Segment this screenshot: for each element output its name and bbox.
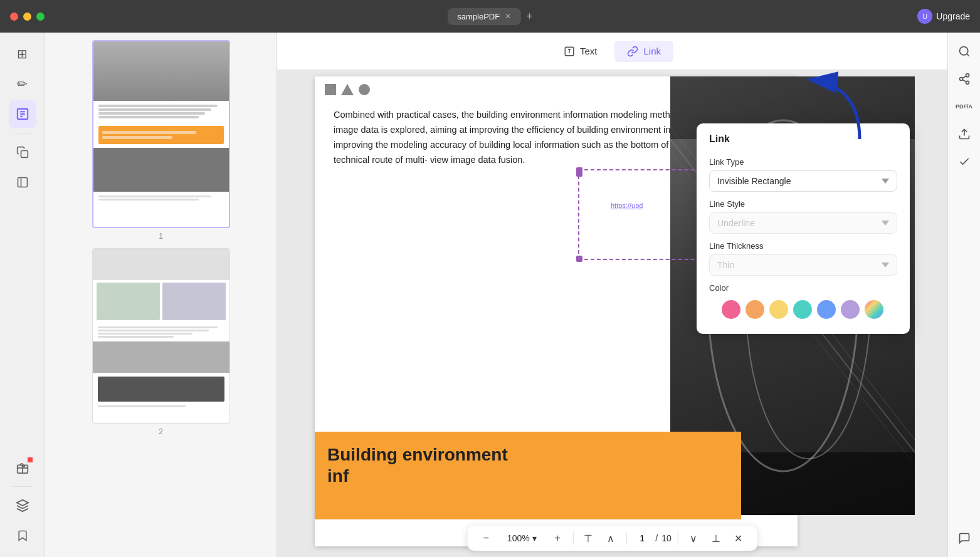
svg-point-20 <box>966 74 969 77</box>
orange-title-line2: inf <box>327 466 729 487</box>
share-icon[interactable] <box>953 68 976 90</box>
sidebar-item-pages[interactable]: ⊞ <box>9 40 36 68</box>
line-thickness-select[interactable]: Thin <box>709 254 897 276</box>
link-type-section: Link Type Invisible Rectangle Visible Re… <box>697 152 910 194</box>
zoom-out-button[interactable]: − <box>477 529 495 547</box>
link-type-select[interactable]: Invisible Rectangle Visible Rectangle <box>709 170 897 192</box>
tab-close-button[interactable]: ✕ <box>505 12 511 21</box>
color-blue[interactable] <box>817 300 836 319</box>
close-button[interactable] <box>10 13 18 21</box>
thumb-line <box>98 112 205 115</box>
zoom-display: 100% ▾ <box>500 533 544 543</box>
thumbnail-1[interactable]: 1 <box>92 40 230 241</box>
thumb-line <box>98 336 174 338</box>
thumb-line <box>98 199 199 200</box>
thumb-img-3 <box>93 249 229 280</box>
svg-rect-4 <box>21 151 28 158</box>
line-thickness-label: Line Thickness <box>709 241 897 251</box>
link-url-label: https://upd <box>611 202 643 209</box>
check-icon[interactable] <box>953 150 976 173</box>
color-row <box>709 296 897 319</box>
thumb-card-2[interactable] <box>92 248 230 424</box>
left-sidebar: ⊞ ✏ <box>0 33 45 557</box>
minimize-button[interactable] <box>23 13 31 21</box>
link-type-label: Link Type <box>709 157 897 167</box>
upload-icon[interactable] <box>953 123 976 145</box>
sidebar-item-annotate[interactable] <box>9 100 36 128</box>
color-pink[interactable] <box>722 300 740 319</box>
color-yellow[interactable] <box>769 300 788 319</box>
gift-badge <box>28 457 33 462</box>
thumb-num-1: 1 <box>159 232 163 241</box>
right-sidebar: PDF/A <box>947 33 980 557</box>
tab-bar: samplePDF ✕ + <box>447 8 532 25</box>
divider <box>13 133 32 133</box>
orange-section: Building environment inf <box>315 432 741 519</box>
sidebar-item-copy[interactable] <box>9 138 36 166</box>
sidebar-item-gift[interactable] <box>9 454 36 481</box>
text-tool-button[interactable]: Text <box>551 41 610 62</box>
thumb-orange-1 <box>98 126 224 144</box>
thumb-line <box>98 333 193 335</box>
close-toolbar-button[interactable]: ✕ <box>730 529 747 547</box>
last-page-button[interactable]: ⊥ <box>707 529 725 547</box>
orange-title-line1: Building environment <box>327 444 729 466</box>
thumb-img-4 <box>93 341 229 373</box>
thumb-line <box>98 326 218 328</box>
next-page-button[interactable]: ∨ <box>685 529 702 547</box>
popup-title: Link <box>697 123 910 152</box>
maximize-button[interactable] <box>36 13 45 21</box>
color-teal[interactable] <box>793 300 812 319</box>
thumb-line <box>98 405 186 407</box>
sidebar-item-layers[interactable] <box>9 492 36 519</box>
upgrade-button[interactable]: U Upgrade <box>917 9 970 24</box>
line-style-select[interactable]: Underline <box>709 212 897 234</box>
new-tab-button[interactable]: + <box>526 10 533 23</box>
color-orange[interactable] <box>746 300 764 319</box>
thumb-line <box>98 105 218 107</box>
link-tool-button[interactable]: Link <box>614 41 673 62</box>
toolbar-divider-3 <box>678 532 678 544</box>
zoom-dropdown-icon[interactable]: ▾ <box>532 533 537 543</box>
svg-point-21 <box>959 78 962 81</box>
shape-triangle <box>341 84 354 95</box>
first-page-button[interactable]: ⊤ <box>579 529 597 547</box>
handle-ml[interactable] <box>576 170 582 177</box>
color-purple[interactable] <box>841 300 860 319</box>
pdf-icon[interactable]: PDF/A <box>953 95 976 118</box>
thumbnail-2[interactable]: 2 <box>92 248 230 436</box>
color-rainbow[interactable] <box>865 300 883 319</box>
toolbar-divider-1 <box>572 532 573 544</box>
page-display: / 10 <box>633 533 671 543</box>
tab-title: samplePDF <box>457 12 500 21</box>
upgrade-label: Upgrade <box>936 11 970 21</box>
shape-square <box>325 84 336 95</box>
thumb-content-4 <box>93 402 229 411</box>
top-toolbar: Text Link <box>277 33 947 70</box>
thumb-dark-bar <box>98 377 224 402</box>
sidebar-item-edit[interactable]: ✏ <box>9 70 36 98</box>
sidebar-item-merge[interactable] <box>9 169 36 196</box>
text-tool-label: Text <box>580 46 598 56</box>
handle-bl[interactable] <box>576 256 582 262</box>
prev-page-button[interactable]: ∧ <box>602 529 619 547</box>
zoom-level: 100% <box>507 533 530 543</box>
traffic-lights <box>10 13 45 21</box>
thumbnail-panel[interactable]: 1 2 <box>45 33 277 557</box>
thumb-content-2 <box>93 192 229 204</box>
current-page-input[interactable] <box>633 533 651 543</box>
link-popup: Link Link Type Invisible Rectangle Visib… <box>697 123 910 334</box>
sidebar-item-bookmark[interactable] <box>9 522 36 549</box>
svg-point-22 <box>966 81 969 84</box>
search-icon[interactable] <box>953 40 976 63</box>
thumb-line <box>98 116 199 118</box>
zoom-in-button[interactable]: + <box>549 529 566 547</box>
main-layout: ⊞ ✏ <box>0 33 980 557</box>
thumb-card-1[interactable] <box>92 40 230 228</box>
total-pages: 10 <box>661 533 672 543</box>
color-section: Color <box>697 278 910 321</box>
svg-rect-5 <box>18 178 27 187</box>
tab-samplepdf[interactable]: samplePDF ✕ <box>447 8 521 25</box>
thumb-img-2 <box>93 148 229 192</box>
chat-icon[interactable] <box>953 527 976 549</box>
